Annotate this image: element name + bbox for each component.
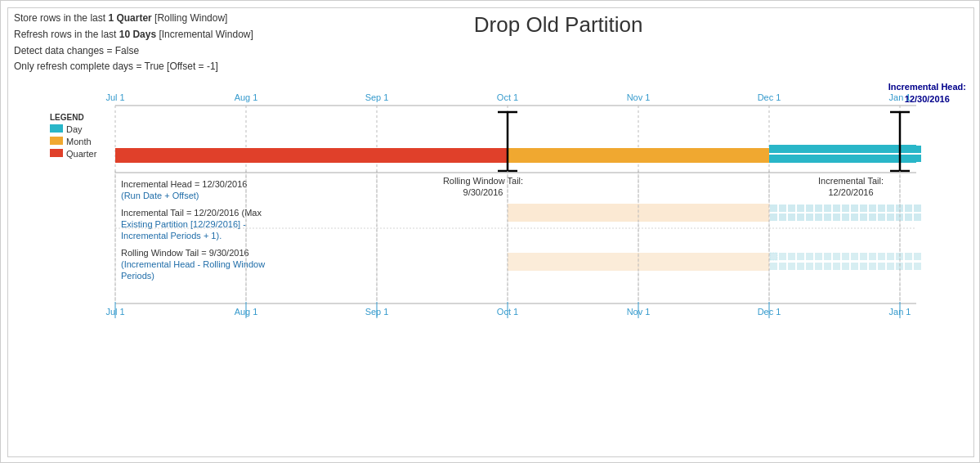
svg-text:Rolling Window Tail = 9/30/201: Rolling Window Tail = 9/30/2016 bbox=[121, 248, 249, 258]
svg-rect-137 bbox=[779, 263, 786, 270]
info-line3: Detect data changes = False bbox=[14, 45, 139, 56]
svg-text:12/20/2016: 12/20/2016 bbox=[828, 187, 873, 197]
svg-rect-46 bbox=[797, 155, 804, 162]
svg-rect-45 bbox=[788, 155, 795, 162]
svg-rect-48 bbox=[815, 155, 822, 162]
svg-text:Existing Partition [12/29/2016: Existing Partition [12/29/2016] - bbox=[121, 219, 246, 229]
svg-rect-110 bbox=[860, 214, 867, 221]
svg-rect-143 bbox=[833, 263, 840, 270]
svg-rect-36 bbox=[860, 146, 867, 153]
svg-rect-152 bbox=[914, 263, 921, 270]
svg-rect-18 bbox=[50, 137, 63, 145]
svg-rect-120 bbox=[779, 253, 786, 260]
svg-rect-95 bbox=[878, 205, 885, 212]
svg-rect-32 bbox=[824, 146, 831, 153]
svg-rect-124 bbox=[815, 253, 822, 260]
svg-rect-100 bbox=[770, 214, 777, 221]
svg-rect-91 bbox=[842, 205, 849, 212]
svg-rect-51 bbox=[842, 155, 849, 162]
svg-rect-93 bbox=[860, 205, 867, 212]
svg-rect-147 bbox=[869, 263, 876, 270]
svg-rect-116 bbox=[914, 214, 921, 221]
svg-rect-42 bbox=[914, 146, 921, 153]
page-title: Drop Old Partition bbox=[474, 12, 643, 38]
info-text: Store rows in the last 1 Quarter [Rollin… bbox=[14, 11, 357, 75]
svg-rect-90 bbox=[833, 205, 840, 212]
svg-rect-33 bbox=[833, 146, 840, 153]
svg-rect-102 bbox=[788, 214, 795, 221]
svg-rect-26 bbox=[770, 146, 777, 153]
svg-rect-128 bbox=[851, 253, 858, 260]
info-line2: Refresh rows in the last 10 Days [Increm… bbox=[14, 29, 253, 40]
svg-rect-141 bbox=[815, 263, 822, 270]
svg-rect-35 bbox=[851, 146, 858, 153]
svg-rect-136 bbox=[770, 263, 777, 270]
svg-rect-89 bbox=[824, 205, 831, 212]
svg-rect-151 bbox=[905, 263, 912, 270]
svg-rect-105 bbox=[815, 214, 822, 221]
svg-rect-88 bbox=[815, 205, 822, 212]
svg-text:(Run Date + Offset): (Run Date + Offset) bbox=[121, 191, 199, 200]
svg-rect-92 bbox=[851, 205, 858, 212]
svg-rect-107 bbox=[833, 214, 840, 221]
svg-text:Month: Month bbox=[66, 137, 92, 146]
svg-rect-44 bbox=[779, 155, 786, 162]
svg-text:Incremental Tail = 12/20/2016 : Incremental Tail = 12/20/2016 (Max bbox=[121, 208, 262, 218]
svg-rect-96 bbox=[887, 205, 894, 212]
svg-rect-103 bbox=[797, 214, 804, 221]
svg-text:Aug 1: Aug 1 bbox=[235, 92, 258, 102]
svg-rect-148 bbox=[878, 263, 885, 270]
svg-rect-130 bbox=[869, 253, 876, 260]
svg-rect-84 bbox=[779, 205, 786, 212]
svg-rect-94 bbox=[869, 205, 876, 212]
svg-rect-29 bbox=[797, 146, 804, 153]
svg-rect-135 bbox=[914, 253, 921, 260]
info-line1: Store rows in the last 1 Quarter [Rollin… bbox=[14, 12, 227, 24]
svg-rect-122 bbox=[797, 253, 804, 260]
svg-rect-55 bbox=[878, 155, 885, 162]
svg-text:Rolling Window Tail:: Rolling Window Tail: bbox=[443, 176, 523, 186]
svg-rect-85 bbox=[788, 205, 795, 212]
svg-rect-49 bbox=[824, 155, 831, 162]
svg-rect-27 bbox=[779, 146, 786, 153]
svg-rect-138 bbox=[788, 263, 795, 270]
svg-rect-30 bbox=[806, 146, 813, 153]
svg-rect-31 bbox=[815, 146, 822, 153]
svg-rect-87 bbox=[806, 205, 813, 212]
svg-rect-99 bbox=[914, 205, 921, 212]
svg-rect-50 bbox=[833, 155, 840, 162]
svg-rect-126 bbox=[833, 253, 840, 260]
svg-rect-139 bbox=[797, 263, 804, 270]
svg-rect-104 bbox=[806, 214, 813, 221]
svg-rect-134 bbox=[905, 253, 912, 260]
svg-rect-34 bbox=[842, 146, 849, 153]
svg-rect-23 bbox=[508, 148, 769, 163]
svg-rect-145 bbox=[851, 263, 858, 270]
svg-text:Incremental Periods + 1).: Incremental Periods + 1). bbox=[121, 231, 222, 240]
svg-rect-22 bbox=[115, 148, 508, 163]
svg-rect-131 bbox=[878, 253, 885, 260]
svg-text:Jul 1: Jul 1 bbox=[105, 92, 124, 102]
svg-rect-144 bbox=[842, 263, 849, 270]
svg-rect-115 bbox=[905, 214, 912, 221]
info-line4: Only refresh complete days = True [Offse… bbox=[14, 61, 218, 72]
svg-rect-37 bbox=[869, 146, 876, 153]
svg-rect-83 bbox=[770, 205, 777, 212]
svg-rect-106 bbox=[824, 214, 831, 221]
svg-rect-140 bbox=[806, 263, 813, 270]
svg-rect-132 bbox=[887, 253, 894, 260]
svg-rect-112 bbox=[878, 214, 885, 221]
svg-rect-129 bbox=[860, 253, 867, 260]
svg-text:Dec 1: Dec 1 bbox=[758, 92, 781, 102]
svg-rect-113 bbox=[887, 214, 894, 221]
svg-rect-28 bbox=[788, 146, 795, 153]
svg-text:Day: Day bbox=[66, 124, 83, 134]
svg-text:LEGEND: LEGEND bbox=[50, 113, 84, 122]
svg-rect-123 bbox=[806, 253, 813, 260]
svg-text:Nov 1: Nov 1 bbox=[627, 92, 651, 102]
svg-rect-54 bbox=[869, 155, 876, 162]
svg-rect-52 bbox=[851, 155, 858, 162]
svg-rect-43 bbox=[770, 155, 777, 162]
svg-rect-59 bbox=[914, 155, 921, 162]
svg-text:Periods): Periods) bbox=[121, 271, 154, 281]
